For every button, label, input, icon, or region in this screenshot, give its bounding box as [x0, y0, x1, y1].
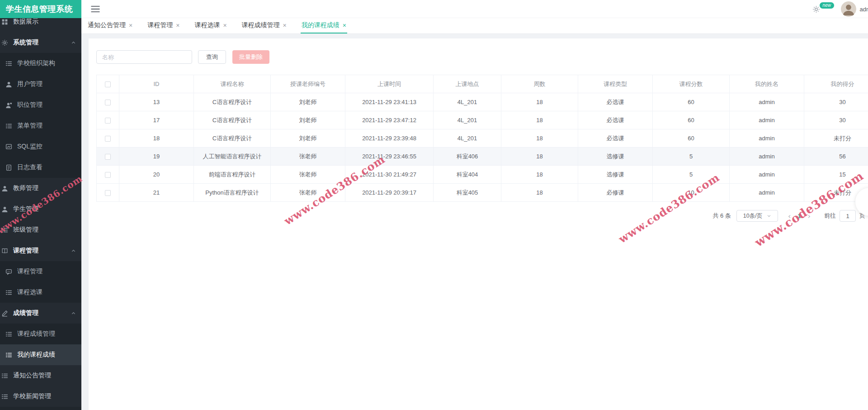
content-card: 查询 批量删除 ID课程名称授课老师编号上课时间上课地点周数课程类型课程分数我的…	[89, 38, 868, 410]
column-header: 上课时间	[345, 75, 434, 93]
column-header: 上课地点	[434, 75, 501, 93]
table-cell: 18	[501, 93, 578, 111]
sidebar-item[interactable]: 课程管理	[0, 261, 81, 282]
goto-page-input[interactable]	[840, 210, 856, 222]
row-checkbox[interactable]	[105, 190, 111, 196]
close-tab-icon[interactable]: ×	[129, 22, 132, 29]
sidebar-item[interactable]: 学生管理	[0, 199, 81, 219]
row-checkbox[interactable]	[105, 100, 111, 105]
list-icon	[1, 227, 8, 234]
table-cell: 18	[501, 129, 578, 148]
sidebar-item[interactable]: 课程成绩管理	[0, 324, 81, 344]
column-header: 课程分数	[653, 75, 730, 93]
table-cell: 10	[653, 184, 730, 202]
sidebar-item[interactable]: 我的课程成绩	[0, 344, 81, 365]
row-checkbox[interactable]	[105, 154, 111, 160]
current-page[interactable]: 1	[795, 213, 803, 219]
table-cell: 人工智能语言程序设计	[194, 148, 271, 166]
prev-page-button[interactable]: ‹	[783, 212, 795, 220]
sidebar-item[interactable]: 班级管理	[0, 219, 81, 240]
close-tab-icon[interactable]: ×	[223, 22, 226, 29]
table-cell: 5	[653, 166, 730, 184]
page-size-select[interactable]: 10条/页	[736, 210, 778, 222]
table-cell: 18	[119, 129, 194, 148]
table-cell: 科室406	[434, 148, 501, 166]
batch-delete-button[interactable]: 批量删除	[232, 50, 269, 64]
sidebar-item[interactable]: 通知公告管理	[0, 365, 81, 386]
sidebar-item[interactable]: 学校组织架构	[0, 53, 81, 74]
sidebar-item[interactable]: 日志查看	[0, 157, 81, 178]
table-cell: 必选课	[578, 129, 653, 148]
sidebar-item[interactable]: 学校新闻管理	[0, 386, 81, 407]
pagination-total: 共 6 条	[712, 212, 731, 220]
sidebar-bottom-strip	[0, 407, 81, 410]
table-cell: 科室404	[434, 166, 501, 184]
sidebar-item[interactable]: 菜单管理	[0, 115, 81, 136]
close-tab-icon[interactable]: ×	[176, 22, 179, 29]
select-all-checkbox[interactable]	[105, 81, 111, 87]
tab[interactable]: 通知公告管理×	[87, 18, 133, 33]
sidebar-item[interactable]: SQL监控	[0, 136, 81, 157]
row-checkbox[interactable]	[105, 136, 111, 142]
close-tab-icon[interactable]: ×	[343, 22, 346, 29]
tab[interactable]: 课程管理×	[146, 18, 180, 33]
sidebar-item[interactable]: 职位管理	[0, 95, 81, 115]
sidebar-item[interactable]: 课程选课	[0, 282, 81, 303]
sidebar-item-label: SQL监控	[17, 143, 42, 151]
table-cell: 15	[804, 166, 868, 184]
tab[interactable]: 课程选课×	[193, 18, 227, 33]
table-cell: 60	[653, 111, 730, 129]
tab[interactable]: 我的课程成绩×	[301, 18, 347, 33]
sidebar-item-label: 课程管理	[13, 247, 38, 255]
edit-icon	[1, 310, 8, 317]
user-icon	[1, 206, 8, 213]
main-area: new admin 通知公告管理×课程管理×课程选课×课程成绩管理×我的课程成绩…	[81, 0, 868, 410]
chat-icon	[5, 268, 12, 275]
sidebar-item-label: 课程选课	[17, 288, 42, 296]
sidebar-item[interactable]: 数据展示	[0, 18, 81, 32]
table-cell: 2021-11-29 20:39:17	[345, 184, 434, 202]
chevron-down-icon	[767, 214, 771, 218]
settings-gear-icon[interactable]: new	[812, 5, 820, 13]
table-cell: 20	[119, 166, 194, 184]
table-cell: 30	[804, 111, 868, 129]
search-input[interactable]	[96, 50, 192, 64]
username[interactable]: admin	[860, 6, 868, 13]
table-cell: C语言程序设计	[194, 93, 271, 111]
table-row: 17C语言程序设计刘老师2021-11-29 23:47:124L_20118必…	[97, 111, 868, 129]
sidebar: 学生信息管理系统 数据展示系统管理学校组织架构用户管理职位管理菜单管理SQL监控…	[0, 0, 81, 410]
table-row: 20前端语言程序设计张老师2021-11-30 21:49:27科室40418选…	[97, 166, 868, 184]
list-icon	[1, 393, 8, 400]
table-cell: admin	[730, 129, 804, 148]
tab-label: 我的课程成绩	[302, 21, 340, 29]
sidebar-item[interactable]: 系统管理	[0, 32, 81, 53]
list-icon	[5, 331, 12, 338]
sidebar-item[interactable]: 用户管理	[0, 74, 81, 95]
table-cell: 4L_201	[434, 111, 501, 129]
app-root: 学生信息管理系统 数据展示系统管理学校组织架构用户管理职位管理菜单管理SQL监控…	[0, 0, 868, 410]
sidebar-item[interactable]: 课程管理	[0, 240, 81, 261]
goto-label: 前往	[824, 212, 836, 220]
tab[interactable]: 课程成绩管理×	[241, 18, 288, 33]
hamburger-menu-icon[interactable]	[90, 4, 100, 14]
results-table: ID课程名称授课老师编号上课时间上课地点周数课程类型课程分数我的姓名我的得分 1…	[96, 75, 868, 202]
next-page-button[interactable]: ›	[803, 212, 815, 220]
table-cell: 56	[804, 148, 868, 166]
table-cell: 张老师	[271, 148, 345, 166]
table-cell: Python语言程序设计	[194, 184, 271, 202]
sidebar-item[interactable]: 教师管理	[0, 178, 81, 199]
row-checkbox[interactable]	[105, 172, 111, 178]
query-button[interactable]: 查询	[198, 50, 226, 64]
row-checkbox[interactable]	[105, 118, 111, 124]
close-tab-icon[interactable]: ×	[283, 22, 287, 29]
avatar[interactable]	[841, 1, 856, 17]
table-cell: admin	[730, 166, 804, 184]
table-cell: 2021-11-29 23:39:48	[345, 129, 434, 148]
table-cell: 张老师	[271, 184, 345, 202]
sidebar-item[interactable]: 成绩管理	[0, 303, 81, 324]
table-cell: 2021-11-30 21:49:27	[345, 166, 434, 184]
monitor-icon	[5, 143, 12, 150]
topbar: new admin	[81, 0, 868, 18]
row-checkbox-cell	[97, 148, 119, 166]
chevron-up-icon	[71, 311, 76, 316]
